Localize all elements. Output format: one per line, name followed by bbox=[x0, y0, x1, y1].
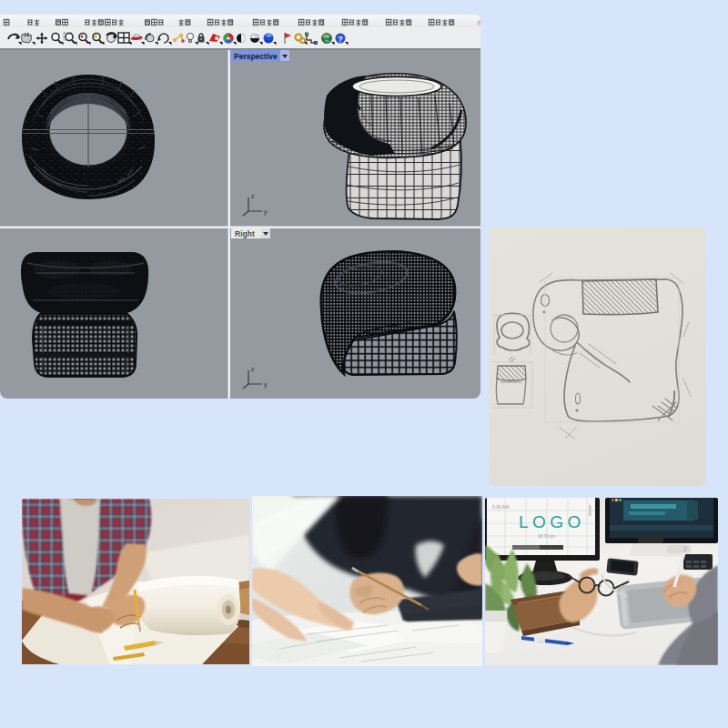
svg-text:?: ? bbox=[338, 35, 343, 44]
svg-text:LOGO: LOGO bbox=[519, 512, 585, 531]
svg-text:5:00 AM: 5:00 AM bbox=[492, 504, 509, 510]
svg-text:Perspective: Perspective bbox=[234, 52, 278, 61]
svg-text:y: y bbox=[264, 381, 268, 389]
svg-text:Right: Right bbox=[235, 229, 255, 238]
svg-text:z: z bbox=[251, 193, 255, 199]
svg-text:18:70 pm: 18:70 pm bbox=[538, 534, 555, 539]
svg-text:y: y bbox=[264, 208, 268, 216]
svg-text:z: z bbox=[251, 366, 255, 372]
